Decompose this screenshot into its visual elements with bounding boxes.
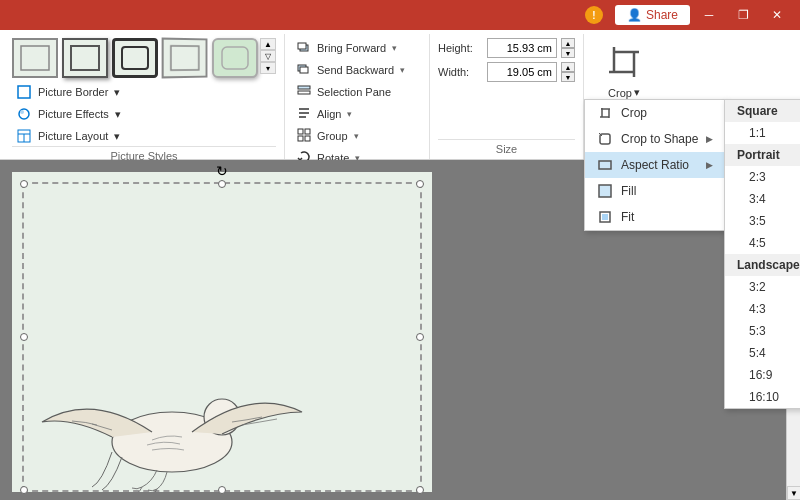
- picture-options: Picture Border ▾ Picture Effects ▾ Pictu…: [12, 82, 276, 146]
- picture-styles-panel: ▲ ▽ ▾ Picture Border ▾ Picture: [4, 34, 285, 159]
- minimize-button[interactable]: ─: [694, 4, 724, 26]
- share-button[interactable]: 👤 Share: [615, 5, 690, 25]
- crop-label: Crop: [608, 87, 632, 99]
- ratio-3-5[interactable]: 3:5: [725, 210, 800, 232]
- restore-button[interactable]: ❐: [728, 4, 758, 26]
- picture-layout-arrow: ▾: [114, 130, 120, 143]
- align-button[interactable]: Align ▾: [293, 104, 421, 124]
- svg-rect-22: [298, 136, 303, 141]
- bring-forward-button[interactable]: Bring Forward ▾: [293, 38, 421, 58]
- width-input[interactable]: [487, 62, 557, 82]
- svg-rect-37: [602, 214, 608, 220]
- svg-rect-20: [298, 129, 303, 134]
- aspect-ratio-menu[interactable]: Aspect Ratio ▶: [585, 152, 725, 178]
- height-label: Height:: [438, 42, 483, 54]
- height-row: Height: ▲ ▼: [438, 38, 575, 58]
- handle-top-left[interactable]: [20, 180, 28, 188]
- crop-to-shape-icon: [597, 131, 613, 147]
- share-person-icon: 👤: [627, 8, 642, 22]
- style-thumb-3[interactable]: [112, 38, 158, 78]
- size-panel-label: Size: [438, 139, 575, 155]
- handle-top-right[interactable]: [416, 180, 424, 188]
- picture-effects-icon: [16, 106, 32, 122]
- ratio-16-10[interactable]: 16:10: [725, 386, 800, 408]
- height-down-btn[interactable]: ▼: [561, 48, 575, 58]
- send-backward-arrow: ▾: [400, 65, 405, 75]
- scroll-up-btn[interactable]: ▲: [260, 38, 276, 50]
- width-down-btn[interactable]: ▼: [561, 72, 575, 82]
- style-thumb-4[interactable]: [162, 38, 208, 79]
- handle-mid-right[interactable]: [416, 333, 424, 341]
- svg-point-6: [19, 109, 29, 119]
- style-thumbnails: [12, 38, 258, 78]
- crop-to-shape-sub-arrow: ▶: [706, 134, 713, 144]
- width-up-btn[interactable]: ▲: [561, 62, 575, 72]
- ratio-3-2[interactable]: 3:2: [725, 276, 800, 298]
- svg-rect-23: [305, 136, 310, 141]
- handle-bot-right[interactable]: [416, 486, 424, 494]
- crop-menu-crop[interactable]: Crop: [585, 100, 725, 126]
- group-button[interactable]: Group ▾: [293, 126, 421, 146]
- svg-rect-14: [300, 67, 308, 73]
- svg-rect-4: [222, 47, 248, 69]
- ratio-3-4[interactable]: 3:4: [725, 188, 800, 210]
- width-spinner[interactable]: ▲ ▼: [561, 62, 575, 82]
- height-up-btn[interactable]: ▲: [561, 38, 575, 48]
- crop-icon-large: [600, 38, 648, 86]
- crop-menu-crop-icon: [597, 105, 613, 121]
- bring-forward-icon: [297, 40, 311, 56]
- rotate-handle[interactable]: ↻: [215, 164, 229, 178]
- scroll-expand-btn[interactable]: ▾: [260, 62, 276, 74]
- picture-effects-button[interactable]: Picture Effects ▾: [12, 104, 276, 124]
- svg-rect-1: [71, 46, 99, 70]
- handle-mid-left[interactable]: [20, 333, 28, 341]
- svg-rect-0: [21, 46, 49, 70]
- fit-icon: [597, 209, 613, 225]
- warning-icon: !: [585, 6, 603, 24]
- selection-pane-button[interactable]: Selection Pane: [293, 82, 421, 102]
- group-arrow: ▾: [354, 131, 359, 141]
- send-backward-icon: [297, 62, 311, 78]
- crop-button[interactable]: Crop ▾: [594, 38, 654, 99]
- selection-pane-icon: [297, 84, 311, 100]
- svg-rect-2: [122, 47, 148, 69]
- style-thumb-2[interactable]: [62, 38, 108, 78]
- width-row: Width: ▲ ▼: [438, 62, 575, 82]
- style-thumb-5[interactable]: [212, 38, 258, 78]
- portrait-header: Portrait: [725, 144, 800, 166]
- ratio-1-1[interactable]: 1:1: [725, 122, 800, 144]
- send-backward-button[interactable]: Send Backward ▾: [293, 60, 421, 80]
- fit-menu[interactable]: Fit: [585, 204, 725, 230]
- ratio-16-9[interactable]: 16:9: [725, 364, 800, 386]
- ratio-4-5[interactable]: 4:5: [725, 232, 800, 254]
- ratio-5-4[interactable]: 5:4: [725, 342, 800, 364]
- align-icon: [297, 106, 311, 122]
- height-input[interactable]: [487, 38, 557, 58]
- aspect-ratio-sub-arrow: ▶: [706, 160, 713, 170]
- scroll-down-btn[interactable]: ▽: [260, 50, 276, 62]
- aspect-ratio-icon: [597, 157, 613, 173]
- slide-canvas: ↻: [12, 172, 432, 492]
- landscape-header: Landscape: [725, 254, 800, 276]
- height-spinner[interactable]: ▲ ▼: [561, 38, 575, 58]
- picture-border-button[interactable]: Picture Border ▾: [12, 82, 276, 102]
- ratio-2-3[interactable]: 2:3: [725, 166, 800, 188]
- style-thumb-1[interactable]: [12, 38, 58, 78]
- crop-to-shape-menu[interactable]: Crop to Shape ▶: [585, 126, 725, 152]
- scroll-down-arrow[interactable]: ▼: [787, 486, 800, 500]
- picture-layout-icon: [16, 128, 32, 144]
- crop-panel: Crop ▾ Crop: [584, 34, 664, 159]
- fill-menu[interactable]: Fill: [585, 178, 725, 204]
- svg-rect-5: [18, 86, 30, 98]
- ratio-5-3[interactable]: 5:3: [725, 320, 800, 342]
- close-button[interactable]: ✕: [762, 4, 792, 26]
- svg-rect-21: [305, 129, 310, 134]
- svg-rect-15: [298, 86, 310, 89]
- picture-layout-button[interactable]: Picture Layout ▾: [12, 126, 276, 146]
- handle-top-center[interactable]: [218, 180, 226, 188]
- thumb-scroll[interactable]: ▲ ▽ ▾: [260, 38, 276, 74]
- svg-rect-16: [298, 91, 310, 94]
- ratio-4-3[interactable]: 4:3: [725, 298, 800, 320]
- bring-forward-arrow: ▾: [392, 43, 397, 53]
- crop-dropdown-arrow: ▾: [634, 86, 640, 99]
